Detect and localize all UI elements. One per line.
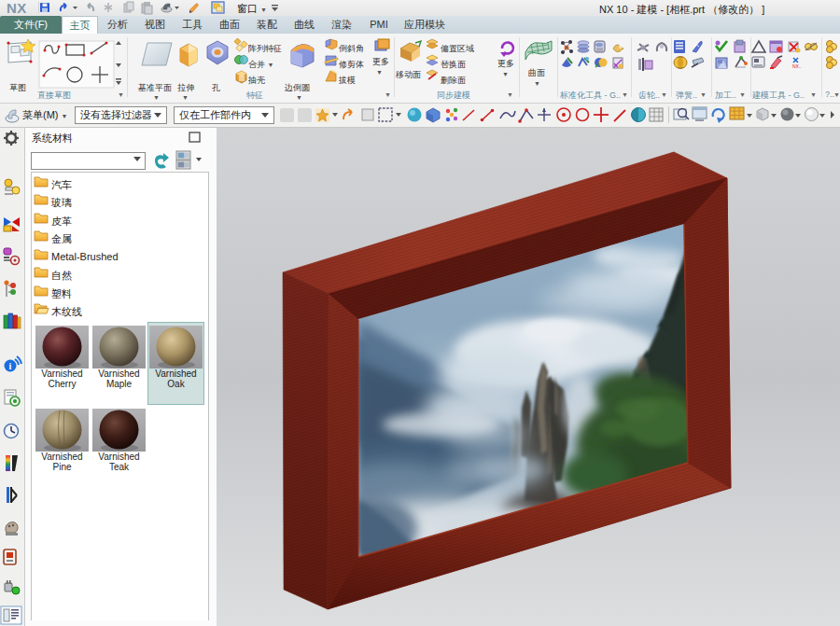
svg-text:NX..: NX.. <box>792 63 802 69</box>
svg-text:i: i <box>9 361 12 371</box>
svg-text:NX: NX <box>7 0 27 16</box>
